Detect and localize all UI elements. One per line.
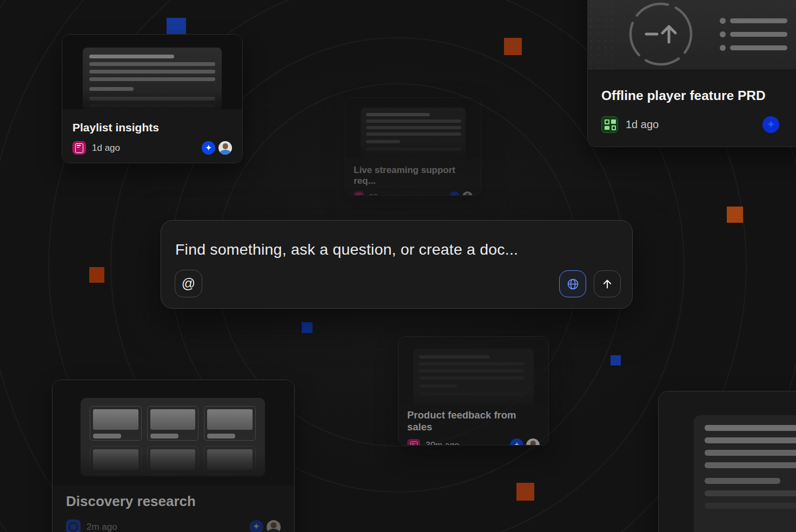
card-offline-player-prd[interactable]: Offline player feature PRD 1d ago bbox=[587, 0, 796, 147]
skeleton-line bbox=[705, 425, 796, 431]
document-thumbnail bbox=[694, 415, 796, 532]
card-meta: 1d ago bbox=[601, 116, 796, 133]
image-tile bbox=[204, 406, 256, 441]
decor-square bbox=[302, 322, 313, 333]
card-preview bbox=[399, 337, 548, 405]
card-live-streaming[interactable]: Live streaming support req... 30m ago bbox=[345, 97, 481, 196]
globe-icon bbox=[566, 277, 580, 291]
sparkle-icon bbox=[513, 441, 521, 445]
caption-placeholder bbox=[150, 434, 178, 438]
progress-circle-icon bbox=[626, 0, 696, 69]
fade-overlay bbox=[83, 91, 222, 109]
user-avatar bbox=[526, 438, 540, 445]
decor-square bbox=[89, 267, 104, 283]
timestamp: 1d ago bbox=[92, 143, 120, 154]
ai-sparkle-avatar bbox=[202, 141, 215, 155]
skeleton-line bbox=[89, 55, 174, 58]
skeleton-line bbox=[705, 462, 796, 468]
image-icon bbox=[66, 520, 81, 532]
search-bar[interactable]: Find something, ask a question, or creat… bbox=[161, 220, 633, 309]
dot-pattern bbox=[588, 0, 618, 70]
ai-sparkle-avatar bbox=[249, 520, 263, 532]
search-input[interactable]: Find something, ask a question, or creat… bbox=[175, 241, 518, 258]
doc-glyph bbox=[75, 143, 83, 153]
doc-glyph bbox=[356, 193, 362, 196]
card-footer: Product feedback from sales 30m ago bbox=[399, 405, 548, 445]
doc-glyph bbox=[410, 441, 417, 445]
card-title: Offline player feature PRD bbox=[601, 88, 796, 103]
skeleton-line bbox=[89, 62, 215, 66]
mention-button[interactable]: @ bbox=[175, 270, 202, 297]
user-avatar bbox=[267, 520, 281, 532]
caption-placeholder bbox=[207, 434, 235, 438]
card-discovery-research[interactable]: Discovery research 2m ago bbox=[52, 380, 295, 532]
skeleton-line bbox=[89, 77, 215, 81]
skeleton-line bbox=[419, 384, 457, 388]
bullet-row bbox=[720, 31, 787, 37]
decor-square bbox=[504, 38, 522, 55]
card-footer: Offline player feature PRD 1d ago bbox=[588, 70, 796, 147]
card-meta: 1d ago bbox=[72, 141, 232, 155]
card-title: Playlist insights bbox=[72, 121, 232, 134]
card-playlist-insights[interactable]: Playlist insights 1d ago bbox=[62, 34, 243, 163]
skeleton-line bbox=[705, 478, 780, 484]
decor-square bbox=[611, 355, 621, 365]
caption-placeholder bbox=[93, 434, 121, 438]
card-footer: Live streaming support req... 30m ago bbox=[346, 158, 481, 195]
skeleton-line bbox=[419, 355, 489, 358]
document-thumbnail bbox=[83, 48, 222, 109]
doc-icon bbox=[407, 439, 420, 446]
skeleton-line bbox=[705, 437, 796, 443]
card-meta: 2m ago bbox=[66, 520, 281, 532]
document-thumbnail bbox=[413, 349, 534, 405]
skeleton-line bbox=[366, 113, 430, 116]
user-avatar bbox=[462, 191, 473, 196]
doc-icon bbox=[72, 141, 86, 155]
skeleton-line bbox=[366, 119, 461, 123]
fade-overlay bbox=[361, 141, 466, 158]
card-preview bbox=[588, 0, 796, 70]
card-title: Product feedback from sales bbox=[407, 409, 540, 433]
card-preview bbox=[346, 98, 481, 158]
skeleton-line bbox=[705, 450, 796, 456]
bullet-row bbox=[720, 18, 787, 24]
card-preview bbox=[52, 380, 294, 486]
image-placeholder bbox=[150, 409, 196, 430]
card-partial-document[interactable] bbox=[658, 391, 796, 532]
board-icon bbox=[601, 116, 618, 133]
skeleton-line bbox=[366, 132, 461, 136]
skeleton-line bbox=[366, 126, 461, 129]
at-icon: @ bbox=[182, 276, 195, 291]
sparkle-icon bbox=[204, 144, 213, 152]
card-title: Live streaming support req... bbox=[354, 165, 473, 187]
skeleton-line bbox=[89, 70, 215, 74]
user-avatar bbox=[218, 141, 232, 155]
card-footer: Discovery research 2m ago bbox=[52, 486, 294, 532]
skeleton-line bbox=[419, 376, 525, 380]
skeleton-line bbox=[705, 490, 796, 496]
image-tile bbox=[147, 406, 199, 441]
submit-button[interactable] bbox=[594, 270, 621, 297]
arrow-up-icon bbox=[601, 277, 614, 290]
card-product-feedback[interactable]: Product feedback from sales 30m ago bbox=[398, 336, 549, 445]
bullet-list-icon bbox=[720, 18, 787, 58]
canvas: Playlist insights 1d ago bbox=[0, 0, 796, 532]
card-meta: 30m ago bbox=[354, 191, 473, 196]
web-search-button[interactable] bbox=[559, 270, 586, 297]
sparkle-icon bbox=[766, 119, 776, 130]
sparkle-icon bbox=[252, 522, 261, 531]
skeleton-line bbox=[419, 362, 525, 365]
bullet-row bbox=[720, 45, 787, 51]
image-placeholder bbox=[207, 409, 253, 430]
ai-sparkle-avatar bbox=[449, 191, 460, 196]
ai-sparkle-avatar bbox=[510, 438, 523, 445]
timestamp: 30m ago bbox=[369, 192, 400, 196]
image-placeholder bbox=[93, 409, 138, 430]
fade-overlay bbox=[81, 451, 265, 476]
ai-sparkle-avatar bbox=[762, 116, 779, 133]
timestamp: 30m ago bbox=[426, 441, 459, 446]
timestamp: 2m ago bbox=[87, 522, 117, 532]
decor-square bbox=[516, 483, 534, 501]
card-title: Discovery research bbox=[66, 493, 281, 510]
card-footer: Playlist insights 1d ago bbox=[62, 109, 242, 163]
